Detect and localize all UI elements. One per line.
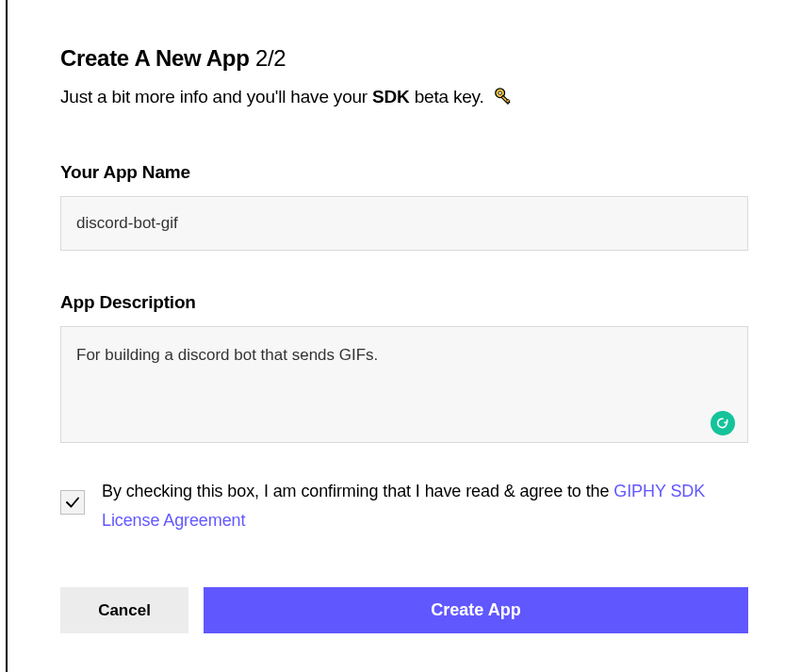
grammarly-icon[interactable] <box>711 411 735 435</box>
app-description-input[interactable] <box>60 326 748 443</box>
app-name-group: Your App Name <box>60 162 748 251</box>
consent-text: By checking this box, I am confirming th… <box>102 477 748 534</box>
form-title: Create A New App <box>60 45 250 71</box>
cancel-button[interactable]: Cancel <box>60 587 188 633</box>
button-row: Cancel Create App <box>60 587 748 633</box>
subtitle-bold: SDK <box>372 87 410 107</box>
consent-text-span: By checking this box, I am confirming th… <box>102 482 613 500</box>
textarea-wrapper <box>60 326 748 447</box>
app-name-input[interactable] <box>60 196 748 251</box>
app-description-label: App Description <box>60 292 748 313</box>
create-app-form: Create A New App 2/2 Just a bit more inf… <box>6 0 801 672</box>
consent-row: By checking this box, I am confirming th… <box>60 477 748 534</box>
subtitle-text: Just a bit more info and you'll have you… <box>60 87 484 107</box>
check-icon <box>64 494 81 511</box>
key-icon <box>492 85 516 109</box>
svg-point-1 <box>499 91 501 94</box>
consent-checkbox[interactable] <box>60 490 85 515</box>
subtitle-post: beta key. <box>410 87 484 107</box>
form-subtitle: Just a bit more info and you'll have you… <box>60 85 748 109</box>
subtitle-pre: Just a bit more info and you'll have you… <box>60 87 372 107</box>
form-step: 2/2 <box>255 45 286 71</box>
form-header: Create A New App 2/2 Just a bit more inf… <box>60 45 748 109</box>
form-title-row: Create A New App 2/2 <box>60 45 748 72</box>
app-description-group: App Description <box>60 292 748 447</box>
app-name-label: Your App Name <box>60 162 748 183</box>
create-app-button[interactable]: Create App <box>204 587 748 633</box>
